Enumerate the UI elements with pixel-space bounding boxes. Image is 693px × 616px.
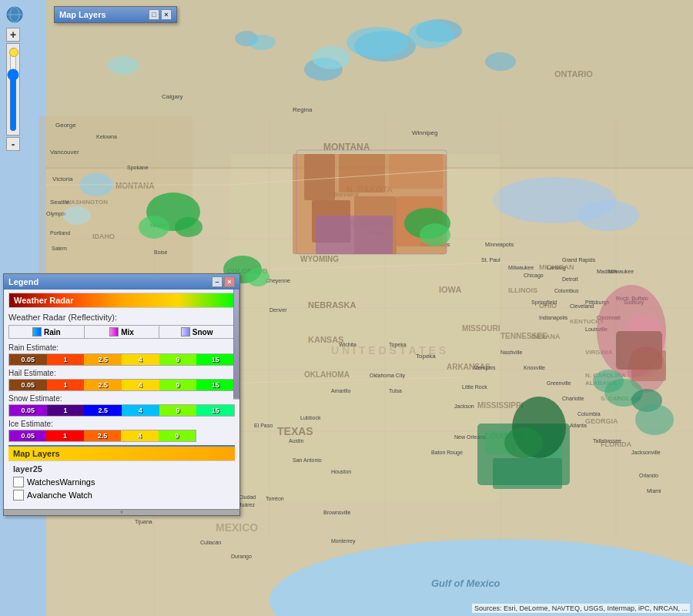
mix-label: Mix [121,328,134,336]
svg-text:WASHINGTON: WASHINGTON [65,199,108,206]
svg-text:Orlando: Orlando [639,473,658,478]
snow-scale-c3: 2.5 [84,405,122,416]
svg-text:Ciudad: Ciudad [239,494,256,500]
ice-scale-row: 0.05 1 2.5 4 9 [8,430,196,442]
map-layers-bottom: Map Layers layer25 WatchesWarnings Avala… [8,445,235,506]
svg-text:Denver: Denver [270,307,287,313]
zoom-in-button[interactable]: + [6,28,20,42]
svg-text:Milwaukee: Milwaukee [608,269,634,274]
svg-text:Grand Rapids: Grand Rapids [562,257,596,263]
svg-text:Memphis: Memphis [474,365,496,371]
legend-panel-header: Legend – × [4,274,239,290]
svg-point-167 [63,206,91,225]
scroll-indicator [233,290,239,400]
snow-swatch [181,327,190,336]
ice-scale-c2: 1 [46,430,83,441]
svg-text:Milwaukee: Milwaukee [508,265,534,270]
snow-scale-c2: 1 [47,405,85,416]
legend-content: Weather Radar Weather Radar (Reflectivit… [4,290,239,509]
svg-text:Salem: Salem [52,246,67,251]
svg-text:Greenville: Greenville [547,380,571,386]
svg-text:Seattle: Seattle [50,199,69,206]
map-layers-minimize-button[interactable]: □ [149,9,159,20]
hail-scale-row: 0.05 1 2.5 4 9 15 [8,379,235,391]
layer-name: layer25 [13,464,230,474]
svg-point-158 [246,268,270,286]
hail-scale-c3: 2.5 [84,380,122,390]
svg-text:Oklahoma City: Oklahoma City [370,373,405,379]
resize-handle[interactable]: ▼ [4,509,239,515]
zoom-slider-container [6,43,20,136]
svg-text:Portland: Portland [50,230,70,236]
svg-text:IDAHO: IDAHO [92,233,115,240]
svg-text:Cleveland: Cleveland [570,303,594,309]
svg-text:Brownsville: Brownsville [323,510,351,515]
legend-panel-controls: – × [212,276,235,287]
svg-rect-147 [339,154,385,192]
svg-text:Columbia: Columbia [578,411,601,417]
svg-point-161 [346,27,408,58]
svg-text:NEBRASKA: NEBRASKA [308,300,356,310]
avalanche-watch-item: Avalanche Watch [13,490,230,500]
svg-text:Tulsa: Tulsa [389,388,402,393]
hail-scale-c1: 0.05 [9,380,47,390]
svg-text:Spokane: Spokane [127,165,149,171]
svg-text:George: George [55,122,76,129]
svg-text:Torréon: Torréon [266,496,284,501]
svg-text:Lansing: Lansing [547,265,566,271]
legend-subtitle: Weather Radar (Reflectivity): [8,313,235,322]
svg-text:Columbus: Columbus [554,288,579,293]
hail-estimate-label: Hail Estimate: [8,369,235,377]
map-layers-close-button[interactable]: × [161,9,172,20]
svg-text:Juárez: Juárez [239,502,256,507]
map-layers-panel-header: Map Layers □ × [55,7,176,22]
snow-estimate-label: Snow Estimate: [8,394,235,403]
svg-point-9 [485,52,516,71]
avalanche-watch-checkbox[interactable] [13,490,24,500]
svg-text:Springfield: Springfield [531,300,557,306]
svg-text:Gulf of Mexico: Gulf of Mexico [431,578,500,589]
svg-text:Monterrey: Monterrey [331,538,356,544]
svg-point-155 [139,216,169,239]
legend-close-button[interactable]: × [224,276,235,287]
svg-text:Calgary: Calgary [162,93,183,100]
rain-label: Rain [44,328,61,336]
svg-text:Regina: Regina [293,106,313,113]
svg-text:El Paso: El Paso [254,423,273,428]
svg-text:Charlotte: Charlotte [562,396,584,401]
ice-scale-c3: 2.5 [84,430,121,441]
radar-types-row: Rain Mix Snow [8,325,235,339]
zoom-out-button[interactable]: - [6,137,20,151]
hail-scale-c2: 1 [47,380,85,390]
svg-text:Houston: Houston [331,469,351,474]
avalanche-watch-label: Avalanche Watch [27,490,92,500]
svg-text:TEXAS: TEXAS [277,425,313,437]
svg-text:Austin: Austin [289,438,304,444]
svg-text:Cheyenne: Cheyenne [266,278,290,284]
svg-text:Knoxville: Knoxville [524,365,545,370]
weather-radar-label: Weather Radar [8,293,235,308]
svg-text:Tijuana: Tijuana [135,519,152,525]
svg-text:IOWA: IOWA [439,285,461,294]
svg-point-180 [635,404,674,435]
legend-scroll-area[interactable]: Weather Radar Weather Radar (Reflectivit… [4,290,239,509]
rain-scale-c2: 1 [47,354,85,365]
svg-text:Boise: Boise [154,249,168,255]
svg-text:Durango: Durango [231,554,252,560]
legend-panel-title: Legend [8,277,38,286]
svg-rect-153 [316,216,393,254]
svg-text:Miami: Miami [647,488,661,494]
svg-point-4 [578,200,639,231]
watches-warnings-checkbox[interactable] [13,477,24,487]
svg-point-173 [504,427,543,458]
mix-type-item: Mix [84,326,160,338]
svg-text:Atlanta: Atlanta [570,423,587,428]
svg-point-160 [420,223,450,246]
rain-type-item: Rain [9,326,84,338]
rain-scale-c6: 15 [196,354,234,365]
snow-label: Snow [192,328,213,336]
zoom-handle [9,48,18,57]
legend-minimize-button[interactable]: – [212,276,223,287]
zoom-slider[interactable] [8,47,18,132]
rain-scale-c5: 9 [159,354,197,365]
